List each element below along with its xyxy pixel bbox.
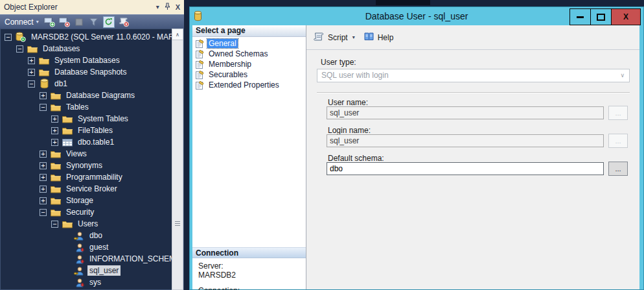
close-button[interactable]: X — [611, 9, 640, 25]
folder-icon — [50, 184, 62, 194]
page-item-label: Membership — [207, 60, 253, 69]
folder-icon — [50, 172, 62, 182]
refresh-icon[interactable] — [103, 16, 115, 28]
collapse-icon[interactable]: − — [28, 80, 35, 88]
tree-item-guest[interactable]: guest — [1, 241, 183, 253]
expand-icon[interactable]: + — [28, 69, 35, 76]
folder-icon — [62, 114, 73, 124]
tree-item-database-diagrams[interactable]: +Database Diagrams — [1, 90, 183, 101]
expand-icon[interactable]: + — [40, 197, 47, 204]
page-item-securables[interactable]: Securables — [192, 69, 306, 80]
page-item-membership[interactable]: Membership — [192, 59, 306, 69]
expand-icon[interactable]: + — [40, 92, 47, 99]
tree-item-information-schem[interactable]: INFORMATION_SCHEM — [1, 253, 183, 265]
tree-item-label: Database Diagrams — [64, 90, 137, 101]
tree-item-dbo[interactable]: dbo — [1, 230, 183, 241]
dialog-main-pane: Script ▾ Help User type: SQL user with l… — [306, 25, 639, 289]
page-item-general[interactable]: General — [192, 38, 306, 49]
user-type-label: User type: — [321, 58, 356, 67]
collapse-icon[interactable]: − — [51, 221, 58, 228]
expand-icon[interactable]: + — [51, 115, 58, 123]
tree-item-security[interactable]: −Security — [1, 206, 183, 218]
page-item-label: Owned Schemas — [207, 49, 269, 58]
tree-item-label: Views — [64, 149, 89, 159]
tree-item-users[interactable]: −Users — [1, 218, 183, 230]
expand-icon[interactable]: + — [40, 151, 47, 158]
page-icon — [195, 70, 205, 80]
tree-item-tables[interactable]: −Tables — [1, 101, 183, 113]
tree-item-label: MARSDB2 (SQL Server 11.0.6020 - MARSD — [29, 32, 184, 42]
tree-item-label: Storage — [64, 195, 95, 206]
default-schema-browse-button[interactable]: ... — [608, 162, 628, 176]
tree-scrollbar[interactable]: ∧ — [172, 29, 183, 290]
tree-item-system-tables[interactable]: +System Tables — [1, 113, 183, 125]
tree-item-programmability[interactable]: +Programmability — [1, 171, 183, 183]
expand-icon[interactable]: + — [51, 139, 58, 146]
section-separator — [317, 92, 630, 93]
tree-item-database-snapshots[interactable]: +Database Snapshots — [1, 66, 183, 78]
default-schema-field[interactable] — [327, 162, 604, 175]
tree-item-label: System Databases — [52, 55, 122, 66]
tree-item-label: sys — [87, 277, 103, 287]
folder-icon — [27, 43, 38, 54]
tree-item-label: guest — [87, 242, 110, 252]
stop-icon[interactable] — [73, 16, 85, 28]
window-position-chevron-icon[interactable]: ▾ — [156, 4, 159, 10]
tree-item-filetables[interactable]: +FileTables — [1, 125, 183, 136]
tree-item-marsdb2-sql-server-11-0-6020-marsd[interactable]: −MARSDB2 (SQL Server 11.0.6020 - MARSD — [1, 31, 183, 43]
user-key-icon — [73, 230, 85, 241]
expand-icon[interactable]: + — [51, 127, 58, 134]
page-item-extended-properties[interactable]: Extended Properties — [192, 80, 306, 90]
script-error-icon[interactable] — [118, 16, 130, 28]
tree-item-synonyms[interactable]: +Synonyms — [1, 160, 183, 171]
script-button[interactable]: Script — [328, 33, 348, 42]
collapse-icon[interactable]: − — [40, 209, 47, 216]
pin-icon[interactable] — [165, 3, 170, 12]
script-dropdown-icon[interactable]: ▾ — [352, 34, 355, 40]
minimize-button[interactable] — [570, 9, 590, 25]
expand-icon[interactable]: + — [28, 57, 35, 64]
user-name-browse-button: ... — [608, 106, 628, 120]
page-item-owned-schemas[interactable]: Owned Schemas — [192, 49, 306, 59]
connect-dropdown-icon[interactable]: ▾ — [36, 19, 39, 25]
database-user-dialog: Database User - sql_user X Select a page… — [189, 6, 644, 290]
tree-item-dbo-table1[interactable]: +dbo.table1 — [1, 136, 183, 148]
dialog-titlebar[interactable]: Database User - sql_user X — [190, 7, 643, 25]
table-icon — [62, 137, 73, 147]
connect-button[interactable]: Connect — [5, 18, 34, 27]
collapse-icon[interactable]: − — [40, 104, 47, 111]
tree-item-databases[interactable]: −Databases — [1, 43, 183, 54]
select-a-page-pane: Select a page GeneralOwned SchemasMember… — [192, 25, 306, 289]
folder-icon — [50, 207, 62, 217]
close-icon[interactable]: X — [176, 4, 180, 10]
page-icon — [195, 49, 205, 59]
expand-icon[interactable]: + — [40, 186, 47, 193]
tree-item-sys[interactable]: sys — [1, 276, 183, 288]
help-button[interactable]: Help — [378, 33, 394, 42]
page-icon — [195, 80, 205, 90]
scrollbar-grip[interactable] — [175, 221, 180, 227]
tree-item-sql-user[interactable]: sql_user — [1, 265, 183, 276]
expand-icon[interactable]: + — [40, 162, 47, 169]
scrollbar-up-icon[interactable]: ∧ — [172, 29, 183, 40]
tree-item-storage[interactable]: +Storage — [1, 195, 183, 206]
tree-item-label: Tables — [64, 102, 91, 112]
tree-item-service-broker[interactable]: +Service Broker — [1, 183, 183, 195]
object-explorer-header: Object Explorer ▾ X — [0, 0, 184, 14]
server-icon — [15, 32, 27, 42]
tree-item-views[interactable]: +Views — [1, 148, 183, 160]
tree-item-label: INFORMATION_SCHEM — [87, 254, 178, 264]
page-item-label: Securables — [207, 70, 249, 79]
user-type-select: SQL user with login ∨ — [317, 69, 630, 82]
folder-icon — [50, 90, 62, 101]
tree-item-system-databases[interactable]: +System Databases — [1, 54, 183, 66]
user-name-field — [327, 106, 604, 119]
disconnect-server-icon[interactable] — [58, 16, 70, 28]
filter-icon[interactable] — [88, 16, 100, 28]
connect-server-icon[interactable] — [43, 16, 55, 28]
collapse-icon[interactable]: − — [5, 34, 12, 41]
collapse-icon[interactable]: − — [16, 45, 23, 53]
tree-item-db1[interactable]: −db1 — [1, 78, 183, 90]
maximize-button[interactable] — [590, 9, 611, 25]
expand-icon[interactable]: + — [40, 174, 47, 181]
